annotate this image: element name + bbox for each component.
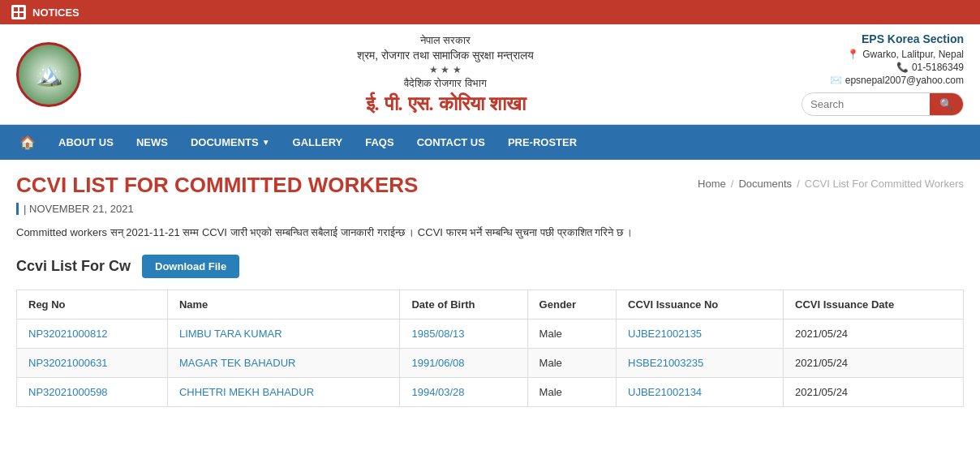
- header-line3: वैदेशिक रोजगार विभाग: [89, 77, 802, 90]
- nav-faqs[interactable]: FAQS: [354, 127, 405, 158]
- search-input[interactable]: [802, 94, 930, 114]
- cell-ccvi-no[interactable]: UJBE21002134: [617, 377, 784, 406]
- header-center: नेपाल सरकार श्रम, रोजगार तथा सामाजिक सुर…: [89, 34, 802, 115]
- nav-gallery[interactable]: GALLERY: [282, 127, 355, 158]
- cell-gender: Male: [527, 319, 616, 348]
- nav-news[interactable]: NEWS: [125, 127, 179, 158]
- table-row: NP32021000631 MAGAR TEK BAHADUR 1991/06/…: [17, 348, 964, 377]
- col-ccvi-no: CCVI Issuance No: [617, 289, 784, 319]
- header-line1: नेपाल सरकार: [89, 34, 802, 47]
- col-ccvi-date: CCVI Issuance Date: [784, 289, 964, 319]
- nav-about-us[interactable]: ABOUT US: [47, 127, 125, 158]
- search-box[interactable]: 🔍: [802, 92, 964, 116]
- page-title: CCVI LIST FOR COMMITTED WORKERS: [16, 173, 418, 198]
- cell-dob: 1994/03/28: [400, 377, 527, 406]
- cell-reg-no[interactable]: NP32021000631: [17, 348, 168, 377]
- org-name: EPS Korea Section: [802, 32, 964, 45]
- chevron-down-icon: ▼: [262, 138, 270, 147]
- data-table: Reg No Name Date of Birth Gender CCVI Is…: [16, 289, 964, 407]
- cell-ccvi-date: 2021/05/24: [784, 377, 964, 406]
- header-line2: श्रम, रोजगार तथा सामाजिक सुरक्षा मन्त्रा…: [89, 49, 802, 62]
- cell-ccvi-date: 2021/05/24: [784, 319, 964, 348]
- cell-dob: 1985/08/13: [400, 319, 527, 348]
- notices-bar: NOTICES: [0, 0, 980, 24]
- breadcrumb: Home / Documents / CCVI List For Committ…: [698, 173, 964, 190]
- col-dob: Date of Birth: [400, 289, 527, 319]
- cell-reg-no[interactable]: NP32021000598: [17, 377, 168, 406]
- page-description: Committed workers सन् 2021-11-21 सम्म CC…: [16, 225, 964, 242]
- cell-ccvi-date: 2021/05/24: [784, 348, 964, 377]
- nav-pre-roster[interactable]: PRE-ROSTER: [496, 127, 588, 158]
- location-detail: 📍 Gwarko, Lalitpur, Nepal: [802, 49, 964, 60]
- cell-ccvi-no[interactable]: UJBE21002135: [617, 319, 784, 348]
- breadcrumb-documents[interactable]: Documents: [738, 178, 792, 190]
- svg-rect-2: [14, 13, 18, 17]
- page-date: NOVEMBER 21, 2021: [29, 203, 134, 215]
- breadcrumb-current: CCVI List For Committed Workers: [805, 178, 964, 190]
- cell-reg-no[interactable]: NP32021000812: [17, 319, 168, 348]
- main-content: CCVI LIST FOR COMMITTED WORKERS Home / D…: [0, 160, 980, 420]
- breadcrumb-sep2: /: [797, 178, 800, 190]
- nav-contact-us[interactable]: CONTACT US: [406, 127, 496, 158]
- table-header-row: Reg No Name Date of Birth Gender CCVI Is…: [17, 289, 964, 319]
- location-text: Gwarko, Lalitpur, Nepal: [862, 49, 964, 60]
- cell-name[interactable]: MAGAR TEK BAHADUR: [167, 348, 400, 377]
- breadcrumb-home[interactable]: Home: [698, 178, 726, 190]
- header-stars: ★ ★ ★: [89, 64, 802, 75]
- search-button[interactable]: 🔍: [930, 93, 963, 115]
- phone-text: 01-5186349: [912, 62, 964, 73]
- table-row: NP32021000598 CHHETRI MEKH BAHADUR 1994/…: [17, 377, 964, 406]
- date-line: | NOVEMBER 21, 2021: [16, 203, 964, 215]
- email-icon: ✉️: [830, 75, 842, 86]
- email-text: epsnepal2007@yahoo.com: [845, 75, 964, 86]
- logo-image: [16, 42, 81, 107]
- phone-detail: 📞 01-5186349: [802, 62, 964, 73]
- nav-documents[interactable]: DOCUMENTS ▼: [179, 127, 282, 158]
- list-title: Ccvi List For Cw: [16, 258, 131, 275]
- svg-rect-1: [19, 7, 24, 11]
- cell-name[interactable]: CHHETRI MEKH BAHADUR: [167, 377, 400, 406]
- home-icon: 🏠: [19, 135, 36, 149]
- logo-area: [16, 42, 89, 107]
- table-row: NP32021000812 LIMBU TARA KUMAR 1985/08/1…: [17, 319, 964, 348]
- list-header: Ccvi List For Cw Download File: [16, 255, 964, 278]
- cell-name[interactable]: LIMBU TARA KUMAR: [167, 319, 400, 348]
- main-nav: 🏠 ABOUT US NEWS DOCUMENTS ▼ GALLERY FAQS…: [0, 125, 980, 160]
- svg-rect-0: [14, 7, 18, 11]
- location-icon: 📍: [847, 49, 859, 60]
- breadcrumb-sep1: /: [731, 178, 734, 190]
- header-right: EPS Korea Section 📍 Gwarko, Lalitpur, Ne…: [802, 32, 964, 116]
- search-icon: 🔍: [939, 98, 953, 110]
- page-header: CCVI LIST FOR COMMITTED WORKERS Home / D…: [16, 173, 964, 198]
- cell-dob: 1991/06/08: [400, 348, 527, 377]
- col-name: Name: [167, 289, 400, 319]
- phone-icon: 📞: [896, 62, 909, 73]
- notices-label: NOTICES: [32, 6, 80, 19]
- svg-rect-3: [19, 13, 24, 17]
- nav-home-button[interactable]: 🏠: [8, 125, 47, 160]
- cell-gender: Male: [527, 377, 616, 406]
- download-button[interactable]: Download File: [142, 255, 239, 278]
- col-gender: Gender: [527, 289, 616, 319]
- grid-icon: [11, 5, 26, 19]
- cell-ccvi-no[interactable]: HSBE21003235: [617, 348, 784, 377]
- col-reg-no: Reg No: [17, 289, 168, 319]
- header-main-title: ई. पी. एस. कोरिया शाखा: [89, 93, 802, 115]
- header: नेपाल सरकार श्रम, रोजगार तथा सामाजिक सुर…: [0, 24, 980, 125]
- email-detail: ✉️ epsnepal2007@yahoo.com: [802, 75, 964, 86]
- cell-gender: Male: [527, 348, 616, 377]
